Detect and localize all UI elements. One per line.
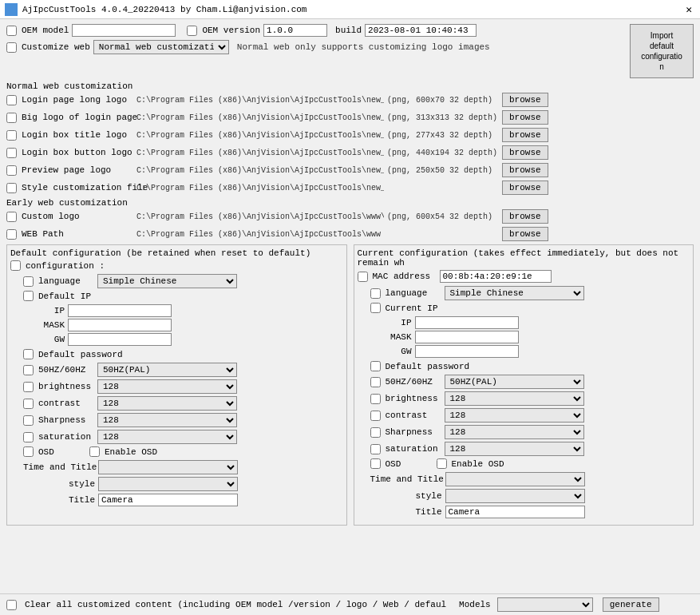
current-saturation-checkbox[interactable]: [370, 444, 381, 454]
big-logo-checkbox[interactable]: [6, 113, 17, 123]
default-config-panel: Default configuration (be retained when …: [6, 244, 347, 526]
current-brightness-checkbox[interactable]: [370, 394, 381, 404]
default-sharpness-select[interactable]: 128: [97, 413, 237, 427]
default-sharpness-label: Sharpness: [38, 415, 94, 425]
current-enable-osd-checkbox[interactable]: [437, 458, 447, 469]
current-style-select[interactable]: [445, 489, 585, 503]
current-ip-field-label: IP: [383, 318, 412, 327]
default-ip-input[interactable]: [68, 304, 172, 317]
default-language-select[interactable]: Simple Chinese English Chinese: [97, 274, 237, 288]
default-contrast-select[interactable]: 128: [97, 396, 237, 411]
default-password-checkbox[interactable]: [23, 349, 34, 359]
default-contrast-checkbox[interactable]: [23, 399, 34, 409]
close-button[interactable]: ✕: [682, 3, 695, 16]
current-title-label: Title: [370, 507, 442, 517]
login-button-logo-checkbox[interactable]: [6, 148, 17, 158]
default-time-title-select[interactable]: [98, 460, 238, 474]
clear-all-checkbox[interactable]: [6, 600, 17, 610]
login-title-logo-browse[interactable]: browse: [502, 128, 548, 142]
import-default-button[interactable]: Import default configuratio n: [630, 24, 694, 78]
style-file-browse[interactable]: browse: [502, 181, 548, 195]
default-language-label: language: [38, 276, 94, 286]
default-language-checkbox[interactable]: [23, 276, 34, 287]
current-contrast-checkbox[interactable]: [370, 411, 381, 421]
current-ip-checkbox[interactable]: [370, 303, 381, 313]
current-ip-input[interactable]: [415, 316, 519, 329]
big-logo-browse[interactable]: browse: [502, 110, 548, 125]
default-style-label: style: [23, 479, 95, 489]
default-saturation-select[interactable]: 128: [97, 430, 237, 444]
current-contrast-select[interactable]: 128: [445, 408, 584, 423]
default-osd-checkbox[interactable]: [23, 446, 34, 457]
current-title-input[interactable]: [445, 506, 585, 518]
default-saturation-label: saturation: [38, 432, 94, 442]
build-input[interactable]: [365, 24, 477, 37]
oem-model-checkbox[interactable]: [6, 26, 17, 36]
default-sharpness-checkbox[interactable]: [23, 415, 34, 426]
login-long-logo-browse[interactable]: browse: [502, 93, 548, 107]
current-freq-label: 50HZ/60HZ: [386, 377, 441, 387]
login-title-logo-checkbox[interactable]: [6, 130, 17, 141]
current-osd-label: OSD: [386, 459, 409, 469]
default-enable-osd-checkbox[interactable]: [89, 446, 100, 457]
current-mask-label: MASK: [383, 332, 412, 342]
custom-logo-checkbox[interactable]: [6, 212, 17, 222]
default-brightness-select[interactable]: 128: [97, 379, 237, 394]
default-freq-checkbox[interactable]: [23, 365, 34, 375]
style-file-checkbox[interactable]: [6, 183, 17, 193]
current-sharpness-select[interactable]: 128: [445, 425, 584, 439]
default-brightness-checkbox[interactable]: [23, 382, 34, 392]
current-brightness-select[interactable]: 128: [445, 391, 584, 406]
current-mac-label: MAC address: [373, 272, 437, 281]
current-gw-input[interactable]: [415, 345, 519, 358]
default-ip-checkbox[interactable]: [23, 291, 34, 301]
current-saturation-select[interactable]: 128: [445, 442, 584, 456]
login-long-logo-checkbox[interactable]: [6, 95, 17, 105]
default-mask-label: MASK: [36, 320, 65, 330]
models-select[interactable]: [497, 597, 593, 612]
oem-model-input[interactable]: [72, 24, 176, 37]
current-mask-input[interactable]: [415, 331, 519, 343]
normal-web-title: Normal web customization: [6, 81, 694, 91]
default-title-input[interactable]: [98, 494, 238, 506]
current-language-checkbox[interactable]: [370, 288, 381, 299]
current-ip-label: Current IP: [386, 304, 438, 313]
default-style-select[interactable]: [98, 477, 238, 491]
clear-all-label: Clear all customized content (including …: [25, 600, 446, 609]
default-gw-input[interactable]: [68, 333, 172, 346]
oem-version-input[interactable]: [263, 24, 327, 37]
current-freq-checkbox[interactable]: [370, 377, 381, 387]
custom-logo-label: Custom logo: [22, 212, 133, 221]
customize-web-note: Normal web only supports customizing log…: [237, 42, 490, 52]
current-mac-input[interactable]: [440, 270, 552, 283]
web-path-browse[interactable]: browse: [502, 227, 548, 241]
current-language-select[interactable]: Simple Chinese English Chinese: [445, 286, 584, 300]
generate-button[interactable]: generate: [603, 597, 659, 612]
customize-web-select[interactable]: Normal web customization: [93, 40, 229, 54]
bottom-bar: Clear all customized content (including …: [0, 593, 700, 615]
default-mask-input[interactable]: [68, 319, 172, 331]
login-button-logo-label: Login box button logo: [22, 148, 133, 157]
default-title-label: Title: [23, 495, 95, 505]
preview-logo-browse[interactable]: browse: [502, 163, 548, 177]
current-password-checkbox[interactable]: [370, 361, 381, 371]
default-saturation-checkbox[interactable]: [23, 432, 34, 442]
default-configuration-checkbox[interactable]: [10, 260, 21, 271]
current-sharpness-checkbox[interactable]: [370, 427, 381, 438]
current-style-label: style: [370, 491, 442, 501]
login-button-logo-browse[interactable]: browse: [502, 145, 548, 160]
default-osd-label: OSD: [38, 447, 62, 457]
big-logo-label: Big logo of login page: [22, 113, 133, 122]
custom-logo-browse[interactable]: browse: [502, 209, 548, 224]
current-mac-checkbox[interactable]: [358, 272, 368, 282]
preview-logo-checkbox[interactable]: [6, 165, 17, 176]
current-osd-checkbox[interactable]: [370, 458, 381, 469]
default-time-title-label: Time and Title: [23, 462, 95, 472]
default-freq-select[interactable]: 50HZ(PAL) 60HZ(NTSC): [97, 363, 237, 377]
title-bar: AjIpcCustTools 4.0.4_20220413 by Cham.Li…: [0, 0, 700, 19]
current-time-title-select[interactable]: [445, 472, 585, 486]
web-path-checkbox[interactable]: [6, 229, 17, 240]
customize-web-checkbox[interactable]: [6, 42, 17, 53]
oem-version-checkbox[interactable]: [187, 26, 197, 36]
current-freq-select[interactable]: 50HZ(PAL) 60HZ(NTSC): [445, 375, 584, 389]
